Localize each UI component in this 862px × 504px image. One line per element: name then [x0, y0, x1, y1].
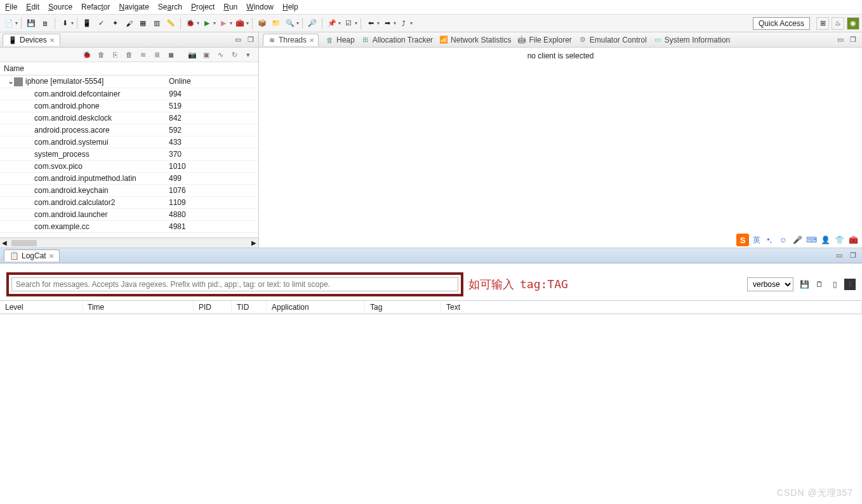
menu-project[interactable]: Project [191, 3, 215, 11]
ime-punct-icon[interactable]: •, [764, 235, 774, 245]
run-icon[interactable]: ▶ [201, 17, 213, 30]
maximize-icon[interactable]: ❐ [246, 35, 256, 45]
tab-threads[interactable]: ≋Threads ✕ [263, 34, 319, 46]
open-type-icon[interactable]: 🔍 [284, 17, 296, 30]
menu-window[interactable]: Window [246, 3, 274, 11]
maximize-icon[interactable]: ❐ [848, 35, 858, 45]
log-level-select[interactable]: verbose [747, 277, 793, 291]
ime-mic-icon[interactable]: 🎤 [792, 235, 802, 245]
external-tools-icon[interactable]: 🧰 [234, 17, 246, 30]
view-menu-icon[interactable]: ▾ [243, 50, 253, 60]
tab-heap[interactable]: 🗑Heap [325, 36, 355, 44]
sogou-icon[interactable]: S [736, 234, 749, 246]
col-status[interactable] [165, 62, 258, 76]
menu-navigate[interactable]: Navigate [119, 3, 149, 11]
process-row[interactable]: com.android.deskclock842 [0, 112, 258, 124]
open-perspective-icon[interactable]: ⊞ [816, 17, 829, 30]
annotation-icon[interactable]: 📌 [326, 17, 338, 30]
update-threads-icon[interactable]: ≋ [138, 50, 148, 60]
minimize-icon[interactable]: ▭ [233, 35, 243, 45]
col-app[interactable]: Application [267, 301, 365, 314]
menu-search[interactable]: Search [158, 3, 182, 11]
process-row[interactable]: com.android.calculator21109 [0, 196, 258, 208]
systrace-icon[interactable]: ∿ [215, 50, 225, 60]
ddms-perspective-icon[interactable]: ◉ [847, 17, 859, 30]
tab-network[interactable]: 📶Network Statistics [439, 36, 511, 44]
brush-icon[interactable]: 🖌 [123, 17, 135, 30]
screen-capture-icon[interactable]: 📷 [187, 50, 197, 60]
clear-log-icon[interactable]: 🗒 [814, 279, 825, 290]
start-method-profiling-icon[interactable]: ≣ [152, 50, 162, 60]
dump-view-icon[interactable]: ▣ [201, 50, 211, 60]
new-icon[interactable]: 📄 [3, 17, 15, 30]
process-row[interactable]: com.android.phone519 [0, 100, 258, 112]
logcat-search-input[interactable] [11, 277, 458, 291]
device-row[interactable]: ⌄iphone [emulator-5554] Online [0, 76, 258, 88]
minimize-icon[interactable]: ▭ [835, 35, 845, 45]
menu-help[interactable]: Help [282, 3, 298, 11]
process-row[interactable]: com.svox.pico1010 [0, 160, 258, 172]
layout-icon[interactable]: ▥ [150, 17, 163, 30]
debug-process-icon[interactable]: 🐞 [82, 50, 92, 60]
stop-process-icon[interactable]: ◼ [166, 50, 176, 60]
run-last-icon[interactable]: ▶ [217, 17, 230, 30]
process-row[interactable]: com.android.launcher4880 [0, 208, 258, 220]
menu-edit[interactable]: Edit [26, 3, 39, 11]
new-package-icon[interactable]: 📦 [256, 17, 269, 30]
sdk-manager-icon[interactable]: ⬇ [58, 17, 71, 30]
close-icon[interactable]: ✕ [50, 37, 55, 44]
dump-hprof-icon[interactable]: ⎘ [110, 50, 120, 60]
forward-icon[interactable]: ➡ [381, 17, 394, 30]
process-row[interactable]: com.android.keychain1076 [0, 184, 258, 196]
close-icon[interactable]: ✕ [309, 37, 314, 44]
tab-allocation[interactable]: ⊞Allocation Tracker [361, 36, 433, 44]
process-row[interactable]: com.android.systemui433 [0, 136, 258, 148]
ime-toolbox-icon[interactable]: 🧰 [848, 235, 858, 245]
quick-access[interactable]: Quick Access [753, 17, 810, 30]
col-pid[interactable]: PID [194, 301, 232, 314]
save-icon[interactable]: 💾 [25, 17, 37, 30]
process-row[interactable]: com.example.cc4981 [0, 220, 258, 232]
menu-run[interactable]: Run [223, 3, 237, 11]
process-row[interactable]: com.android.inputmethod.latin499 [0, 172, 258, 184]
save-log-icon[interactable]: 💾 [799, 279, 810, 290]
scroll-lock-icon[interactable]: ⬇ [844, 279, 856, 290]
display-filters-icon[interactable]: ▯ [829, 279, 840, 290]
wand-icon[interactable]: ✦ [109, 17, 121, 30]
col-time[interactable]: Time [83, 301, 194, 314]
up-icon[interactable]: ⤴ [397, 17, 410, 30]
grid-icon[interactable]: ▦ [136, 17, 149, 30]
maximize-icon[interactable]: ❐ [848, 251, 858, 261]
tab-file-explorer[interactable]: 🤖File Explorer [517, 36, 571, 44]
reset-adb-icon[interactable]: ↻ [229, 50, 239, 60]
ruler-icon[interactable]: 📏 [164, 17, 177, 30]
close-icon[interactable]: ✕ [49, 253, 54, 260]
back-icon[interactable]: ⬅ [364, 17, 377, 30]
avd-manager-icon[interactable]: 📱 [81, 17, 93, 30]
tab-system-info[interactable]: ▭System Information [653, 36, 730, 44]
ime-shirt-icon[interactable]: 👕 [834, 235, 844, 245]
logcat-tab[interactable]: 📋 LogCat ✕ [4, 249, 60, 262]
menu-file[interactable]: FFileile [5, 3, 17, 11]
lint-icon[interactable]: ✓ [95, 17, 107, 30]
menu-source[interactable]: Source [48, 3, 72, 11]
menu-refactor[interactable]: Refactor [81, 3, 110, 11]
horizontal-scrollbar[interactable]: ◀▶ [0, 237, 258, 248]
ime-emoji-icon[interactable]: ☺ [778, 235, 788, 245]
col-name[interactable]: Name [0, 62, 165, 76]
ime-person-icon[interactable]: 👤 [820, 235, 830, 245]
col-text[interactable]: Text [441, 301, 862, 314]
tab-emulator-control[interactable]: ⚙Emulator Control [578, 36, 647, 44]
process-row[interactable]: system_process370 [0, 148, 258, 160]
expand-icon[interactable]: ⌄ [8, 77, 14, 86]
process-row[interactable]: android.process.acore592 [0, 124, 258, 136]
update-heap-icon[interactable]: 🗑 [96, 50, 106, 60]
search-icon[interactable]: 🔎 [306, 17, 319, 30]
ime-keyboard-icon[interactable]: ⌨ [806, 235, 816, 245]
minimize-icon[interactable]: ▭ [834, 251, 844, 261]
task-icon[interactable]: ☑ [342, 17, 355, 30]
save-all-icon[interactable]: 🗎 [39, 17, 51, 30]
devices-tab[interactable]: 📱 Devices ✕ [3, 34, 60, 46]
ime-lang[interactable]: 英 [753, 235, 760, 246]
col-level[interactable]: Level [0, 301, 83, 314]
